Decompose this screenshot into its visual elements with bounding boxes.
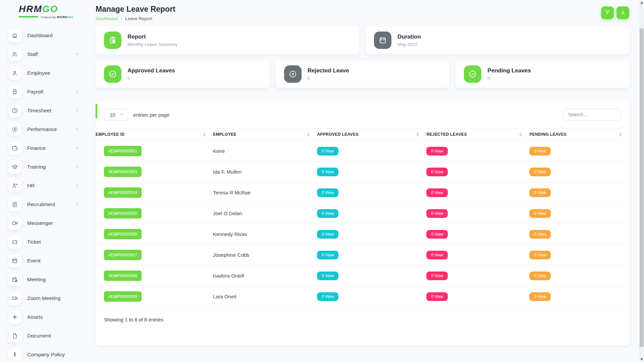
sidebar-item-label: Meeting — [27, 277, 46, 283]
rejected-leaves-view-button[interactable]: 0 View — [426, 230, 448, 239]
sidebar-item-training[interactable]: Training — [8, 158, 79, 176]
sidebar-item-performance[interactable]: Performance — [8, 120, 79, 139]
brand-logo[interactable]: HRMGO Powered By WORKDO — [19, 4, 96, 19]
table-row: #EMP0000009 Lara Oneil 0 View 0 View 0 V… — [96, 286, 629, 307]
file-icon — [8, 329, 21, 343]
download-icon — [620, 9, 626, 16]
approved-leaves-view-button[interactable]: 0 View — [317, 188, 338, 197]
sidebar-item-hr[interactable]: HR — [8, 176, 79, 195]
sidebar-item-assets[interactable]: Assets — [8, 308, 79, 326]
rejected-leaves-view-button[interactable]: 0 View — [426, 209, 448, 218]
sort-icon — [203, 132, 206, 136]
page-scrollbar[interactable] — [639, 0, 644, 362]
video-camera-icon — [8, 292, 21, 305]
table-row: #EMP0000005 Joel O Dolan 0 View 0 View 0… — [96, 203, 629, 224]
sidebar-item-document[interactable]: Document — [8, 326, 79, 345]
breadcrumb-separator: › — [121, 16, 122, 21]
sidebar-item-recruitment[interactable]: Recruitment — [8, 195, 79, 214]
rejected-leaves-view-button[interactable]: 0 View — [426, 188, 448, 197]
rejected-leaves-view-button[interactable]: 0 View — [426, 292, 448, 301]
breadcrumb-dashboard-link[interactable]: Dashboard — [96, 16, 118, 21]
employee-name: Keire — [213, 148, 317, 154]
sidebar-item-label: Timesheet — [27, 108, 51, 114]
sidebar-item-event[interactable]: Event — [8, 251, 79, 270]
scroll-down-arrow-icon[interactable] — [640, 358, 643, 360]
chevron-right-icon — [75, 127, 79, 131]
sidebar-item-label: Company Policy — [27, 352, 65, 358]
sidebar-item-staff[interactable]: Staff — [8, 45, 79, 64]
sidebar-item-label: Document — [27, 333, 51, 339]
column-header-rejected-leaves[interactable]: REJECTED LEAVES — [426, 128, 529, 140]
approved-leaves-view-button[interactable]: 0 View — [317, 292, 338, 301]
employee-id-badge: #EMP0000001 — [104, 146, 142, 156]
stat-card-value: 0 — [308, 76, 349, 81]
minus-circle-icon — [464, 65, 481, 83]
pending-leaves-view-button[interactable]: 0 View — [529, 147, 551, 156]
column-header-approved-leaves[interactable]: APPROVED LEAVES — [317, 128, 426, 140]
main-content: Manage Leave Report Dashboard › Leave Re… — [96, 0, 644, 362]
x-circle-icon — [284, 65, 302, 83]
approved-leaves-view-button[interactable]: 0 View — [317, 230, 338, 239]
sidebar-item-zoom-meeting[interactable]: Zoom Meeting — [8, 289, 79, 308]
leave-table: EMPLOYEE ID EMPLOYEE APPROVED LEAVES REJ… — [96, 128, 629, 307]
download-button[interactable] — [616, 6, 629, 19]
brand-name-primary: HRM — [19, 4, 42, 14]
stat-card-value: 0 — [127, 76, 175, 81]
pending-leaves-view-button[interactable]: 0 View — [529, 251, 551, 259]
clock-icon — [8, 104, 21, 117]
scrollbar-thumb[interactable] — [640, 28, 644, 347]
entries-per-page-label: entries per page — [133, 112, 169, 118]
pending-leaves-view-button[interactable]: 0 View — [529, 168, 551, 176]
sidebar-item-ticket[interactable]: Ticket — [8, 233, 79, 251]
pending-leaves-view-button[interactable]: 0 View — [529, 209, 551, 218]
sidebar-item-meeting[interactable]: Meeting — [8, 270, 79, 289]
pending-leaves-view-button[interactable]: 0 View — [529, 188, 551, 197]
entries-per-page-select[interactable]: 10 — [104, 109, 128, 121]
chevron-right-icon — [75, 202, 79, 206]
sidebar-item-dashboard[interactable]: Dashboard — [8, 26, 79, 45]
info-cards-row: Report Monthly Leave Summary Duration Ma… — [96, 26, 629, 54]
table-row: #EMP0000007 Josephine Cobb 0 View 0 View… — [96, 245, 629, 265]
search-input[interactable] — [563, 109, 621, 121]
sidebar-item-company-policy[interactable]: Company Policy — [8, 345, 79, 362]
sidebar-item-label: Assets — [27, 314, 43, 320]
approved-leaves-view-button[interactable]: 0 View — [317, 251, 338, 259]
sidebar-item-employee[interactable]: Employee — [8, 64, 79, 82]
sidebar-item-label: Finance — [27, 145, 46, 151]
powered-by-label: Powered By — [41, 16, 56, 19]
stat-card-approved-leaves: Approved Leaves 0 — [96, 60, 269, 88]
column-header-pending-leaves[interactable]: PENDING LEAVES — [529, 128, 629, 140]
graduation-cap-icon — [8, 160, 21, 174]
sidebar-item-payroll[interactable]: Payroll — [8, 82, 79, 101]
approved-leaves-view-button[interactable]: 0 View — [317, 209, 338, 218]
approved-leaves-view-button[interactable]: 0 View — [317, 168, 338, 176]
sidebar-item-messenger[interactable]: Messenger — [8, 214, 79, 233]
info-card-title: Duration — [397, 34, 421, 40]
stat-card-pending-leaves: Pending Leaves 0 — [455, 60, 629, 88]
scroll-icon — [8, 198, 21, 211]
filter-button[interactable] — [601, 6, 614, 19]
calendar-icon — [8, 254, 21, 267]
scroll-up-arrow-icon[interactable] — [640, 2, 643, 4]
stat-cards-row: Approved Leaves 0 Rejected Leave 0 Pendi… — [96, 60, 629, 88]
pending-leaves-view-button[interactable]: 0 View — [529, 292, 551, 301]
sidebar: HRMGO Powered By WORKDO Dashboard Staff … — [0, 0, 96, 362]
employee-name: Ida F. Mullen — [213, 169, 317, 175]
pending-leaves-view-button[interactable]: 0 View — [529, 272, 551, 280]
rejected-leaves-view-button[interactable]: 0 View — [426, 168, 448, 176]
user-icon — [8, 66, 21, 80]
table-controls: 10 entries per page — [96, 109, 629, 121]
table-row: #EMP0000008 Isadora Oneill 0 View 0 View… — [96, 265, 629, 286]
rejected-leaves-view-button[interactable]: 0 View — [426, 251, 448, 259]
pending-leaves-view-button[interactable]: 0 View — [529, 230, 551, 239]
approved-leaves-view-button[interactable]: 0 View — [317, 147, 338, 156]
column-header-employee[interactable]: EMPLOYEE — [213, 128, 317, 140]
stat-card-title: Approved Leaves — [127, 67, 175, 74]
rejected-leaves-view-button[interactable]: 0 View — [426, 272, 448, 280]
sidebar-item-timesheet[interactable]: Timesheet — [8, 101, 79, 120]
approved-leaves-view-button[interactable]: 0 View — [317, 272, 338, 280]
sidebar-item-finance[interactable]: Finance — [8, 139, 79, 158]
column-header-employee-id[interactable]: EMPLOYEE ID — [96, 128, 213, 140]
rejected-leaves-view-button[interactable]: 0 View — [426, 147, 448, 156]
receipt-icon — [8, 85, 21, 99]
